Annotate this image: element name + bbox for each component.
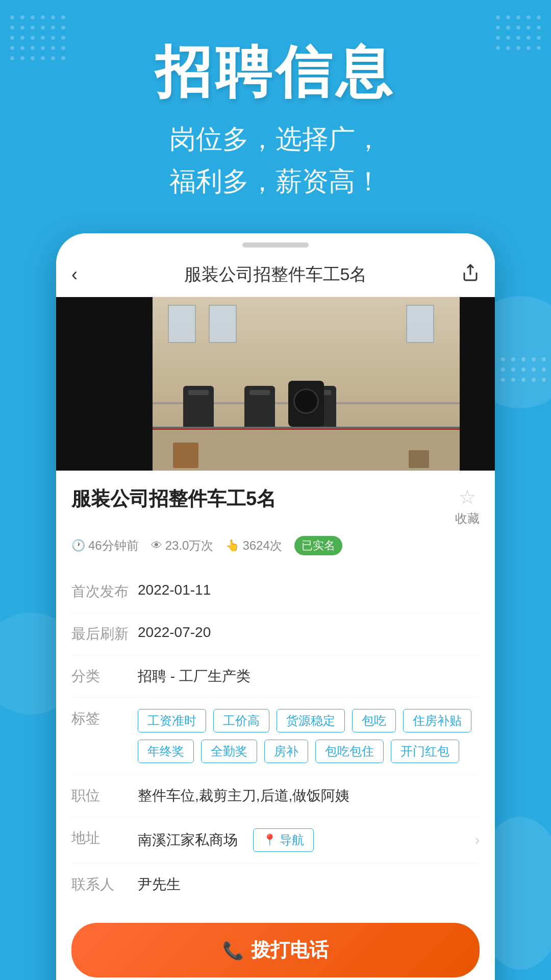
details-table: 首次发布 2022-01-11 最后刷新 2022-07-20 分类 招聘 - …	[56, 566, 495, 911]
contact-label: 联系人	[71, 875, 138, 894]
job-tag: 工资准时	[138, 709, 206, 732]
bookmark-star-icon[interactable]: ☆	[459, 486, 476, 508]
job-tag: 开门红包	[391, 740, 459, 763]
job-tag: 工价高	[213, 709, 269, 732]
contact-value: 尹先生	[138, 875, 480, 894]
clock-icon: 🕐	[71, 539, 85, 552]
positions-label: 职位	[71, 786, 138, 805]
back-button[interactable]: ‹	[71, 264, 97, 285]
positions-value: 整件车位,裁剪主刀,后道,做饭阿姨	[138, 786, 480, 805]
first-published-row: 首次发布 2022-01-11	[71, 571, 480, 613]
job-image	[56, 297, 495, 471]
job-tag: 包吃包住	[315, 740, 384, 763]
top-navigation-bar: ‹ 服装公司招整件车工5名	[56, 253, 495, 297]
first-published-label: 首次发布	[71, 582, 138, 601]
view-count: 23.0万次	[165, 537, 214, 554]
first-published-value: 2022-01-11	[138, 582, 480, 598]
call-button-section: 📞 拨打电话	[56, 911, 495, 980]
job-info-section: 服装公司招整件车工5名 ☆ 收藏 🕐 46分钟前 👁 23.0万次	[56, 471, 495, 566]
time-ago: 46分钟前	[88, 537, 139, 554]
address-value: 南溪江家私商场	[138, 830, 238, 850]
bookmark-label: 收藏	[455, 510, 480, 527]
last-updated-row: 最后刷新 2022-07-20	[71, 613, 480, 655]
address-label: 地址	[71, 828, 138, 848]
tags-label: 标签	[71, 709, 138, 728]
phone-mockup: ‹ 服装公司招整件车工5名	[56, 233, 495, 980]
phone-notch-bar	[56, 233, 495, 253]
category-row: 分类 招聘 - 工厂生产类	[71, 655, 480, 698]
tags-row: 标签 工资准时工价高货源稳定包吃住房补贴年终奖全勤奖房补包吃包住开门红包	[71, 698, 480, 775]
category-label: 分类	[71, 667, 138, 686]
last-updated-label: 最后刷新	[71, 624, 138, 644]
verified-badge: 已实名	[294, 536, 342, 555]
job-meta-row: 🕐 46分钟前 👁 23.0万次 👆 3624次 已实名	[71, 536, 480, 555]
contact-row: 联系人 尹先生	[71, 864, 480, 905]
address-row: 地址 南溪江家私商场 📍 导航 ›	[71, 817, 480, 864]
map-pin-icon: 📍	[263, 834, 277, 847]
call-phone-button[interactable]: 📞 拨打电话	[71, 923, 480, 977]
phone-notch	[242, 242, 309, 248]
page-subtitle: 岗位多，选择广， 福利多，薪资高！	[0, 118, 551, 203]
share-button[interactable]	[454, 263, 480, 286]
job-tag: 住房补贴	[403, 709, 471, 732]
category-value: 招聘 - 工厂生产类	[138, 667, 480, 686]
job-tag: 房补	[264, 740, 308, 763]
job-tag: 年终奖	[138, 740, 194, 763]
hand-icon: 👆	[226, 539, 239, 552]
eye-icon: 👁	[151, 539, 162, 552]
tags-container: 工资准时工价高货源稳定包吃住房补贴年终奖全勤奖房补包吃包住开门红包	[138, 709, 480, 763]
page-title: 服装公司招整件车工5名	[184, 263, 367, 286]
call-btn-label: 拨打电话	[251, 937, 329, 963]
nav-label: 导航	[280, 832, 304, 848]
job-tag: 包吃	[352, 709, 396, 732]
job-title: 服装公司招整件车工5名	[71, 486, 276, 512]
application-count: 3624次	[242, 537, 282, 554]
phone-call-icon: 📞	[222, 940, 244, 961]
chevron-right-icon: ›	[475, 832, 480, 848]
job-tag: 货源稳定	[277, 709, 345, 732]
positions-row: 职位 整件车位,裁剪主刀,后道,做饭阿姨	[71, 775, 480, 817]
page-main-title: 招聘信息	[0, 41, 551, 103]
job-tag: 全勤奖	[201, 740, 257, 763]
navigation-button[interactable]: 📍 导航	[253, 828, 314, 852]
last-updated-value: 2022-07-20	[138, 624, 480, 641]
